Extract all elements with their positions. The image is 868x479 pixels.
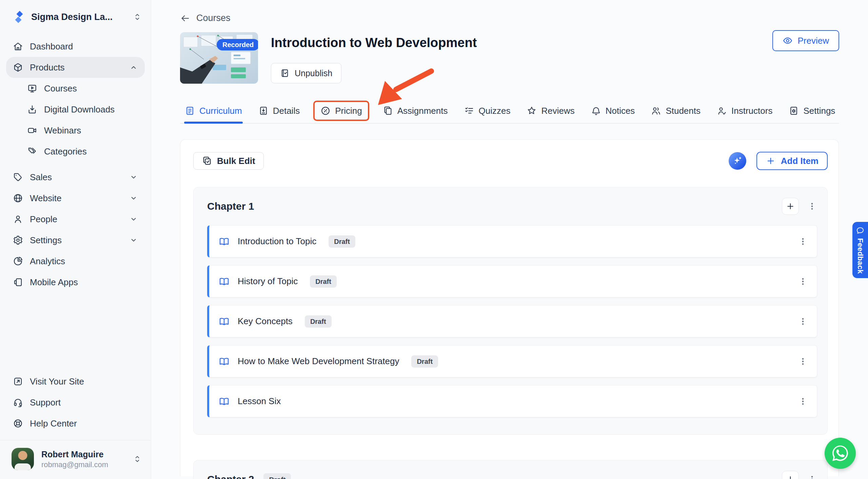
sidebar-item-categories[interactable]: Categories [6,141,145,162]
headset-icon [13,397,23,408]
whatsapp-button[interactable] [825,438,856,469]
kebab-icon [798,237,807,246]
chevron-down-icon [129,215,138,224]
mobile-icon [13,277,23,287]
lesson-row[interactable]: History of Topic Draft [207,265,817,297]
kebab-icon [798,397,807,406]
breadcrumb-courses-link[interactable]: Courses [196,13,231,23]
tab-label: Notices [606,106,635,116]
sidebar-item-digital-downloads[interactable]: Digital Downloads [6,99,145,120]
chapter-menu-button[interactable] [807,200,817,213]
lesson-menu-button[interactable] [798,395,808,408]
feedback-tab[interactable]: Feedback [852,222,868,278]
workspace-logo-icon [12,10,26,24]
chevron-up-icon [129,63,138,72]
lesson-title: Key Concepts [238,316,293,327]
add-item-button[interactable]: Add Item [756,152,828,170]
sidebar-item-label: Settings [30,235,62,246]
chapter-add-button[interactable] [782,198,799,215]
book-open-icon [219,316,230,327]
book-open-icon [219,396,230,407]
lesson-title: Introduction to Topic [238,236,316,247]
sidebar-item-label: Categories [44,146,87,157]
status-badge: Draft [310,275,337,288]
sidebar-item-visit-your-site[interactable]: Visit Your Site [6,371,145,392]
list-checks-icon [464,106,474,116]
preview-button[interactable]: Preview [772,30,839,51]
chevron-down-icon [129,236,138,245]
lesson-row[interactable]: Lesson Six [207,385,817,417]
sidebar-spacer [0,293,151,361]
sidebar-item-courses[interactable]: Courses [6,78,145,99]
tab-label: Assignments [397,106,448,116]
bulk-edit-button[interactable]: Bulk Edit [193,152,264,170]
tab-label: Pricing [335,106,362,116]
tab-quizzes[interactable]: Quizzes [464,99,511,123]
workspace-switcher[interactable]: Sigma Design La... [0,0,151,26]
status-badge: Draft [263,473,291,479]
tab-instructors[interactable]: Instructors [717,99,772,123]
sidebar-item-label: Analytics [30,256,65,267]
lesson-menu-button[interactable] [798,235,808,248]
lesson-menu-button[interactable] [798,355,808,368]
sidebar-item-label: Support [30,397,61,408]
course-thumbnail[interactable]: Recorded [180,32,258,84]
chapter-title: Chapter 1 [207,201,254,212]
lesson-menu-button[interactable] [798,275,808,288]
chapter-add-button[interactable] [782,471,799,479]
sidebar-item-webinars[interactable]: Webinars [6,120,145,141]
sidebar-item-analytics[interactable]: Analytics [6,251,145,272]
user-email: robmag@gmail.com [41,460,108,469]
tab-assignments[interactable]: Assignments [383,99,448,123]
download-icon [27,104,37,114]
pie-chart-icon [13,256,23,266]
book-open-icon [219,276,230,287]
workspace-name: Sigma Design La... [31,12,127,22]
workspace-updown-icon[interactable] [133,12,142,22]
sidebar: Sigma Design La... Dashboard Products [0,0,151,479]
breadcrumb: Courses [151,0,868,23]
tab-pricing[interactable]: Pricing [313,101,369,121]
tab-label: Reviews [541,106,574,116]
back-arrow-icon[interactable] [180,13,190,23]
lesson-title: How to Make Web Development Strategy [238,356,399,367]
sidebar-item-sales[interactable]: Sales [6,167,145,188]
tab-notices[interactable]: Notices [591,99,635,123]
tab-label: Curriculum [199,106,242,116]
sidebar-item-support[interactable]: Support [6,392,145,413]
chevron-down-icon [129,173,138,182]
unpublish-button[interactable]: Unpublish [271,63,341,83]
page-title: Introduction to Web Development [271,36,477,50]
tab-details[interactable]: Details [258,99,300,123]
chapter-title: Chapter 2 [207,474,254,479]
lesson-row[interactable]: Introduction to Topic Draft [207,225,817,257]
tab-label: Students [666,106,701,116]
user-profile-menu[interactable]: Robert Maguire robmag@gmail.com [0,440,151,479]
tab-settings[interactable]: Settings [789,99,835,123]
sidebar-item-dashboard[interactable]: Dashboard [6,36,145,57]
add-item-label: Add Item [781,156,818,166]
ai-assist-button[interactable] [729,152,746,170]
sidebar-nav: Dashboard Products Courses [0,26,151,293]
sidebar-item-website[interactable]: Website [6,188,145,209]
sidebar-item-mobile-apps[interactable]: Mobile Apps [6,272,145,293]
sidebar-item-settings[interactable]: Settings [6,230,145,251]
tab-students[interactable]: Students [651,99,701,123]
book-open-icon [219,356,230,367]
chapter-panel-2: Chapter 2 Draft [193,460,828,479]
avatar [12,448,34,470]
bulk-edit-label: Bulk Edit [217,156,255,166]
sidebar-item-label: Webinars [44,125,81,136]
sidebar-item-help-center[interactable]: Help Center [6,413,145,434]
eye-icon [783,36,793,46]
lesson-row[interactable]: Key Concepts Draft [207,305,817,337]
files-icon [383,106,393,116]
chapter-menu-button[interactable] [807,473,817,479]
tab-reviews[interactable]: Reviews [527,99,574,123]
tab-curriculum[interactable]: Curriculum [185,99,242,123]
external-link-icon [13,376,23,387]
sidebar-item-people[interactable]: People [6,209,145,230]
lesson-row[interactable]: How to Make Web Development Strategy Dra… [207,345,817,377]
lesson-menu-button[interactable] [798,315,808,328]
sidebar-item-products[interactable]: Products [6,57,145,78]
